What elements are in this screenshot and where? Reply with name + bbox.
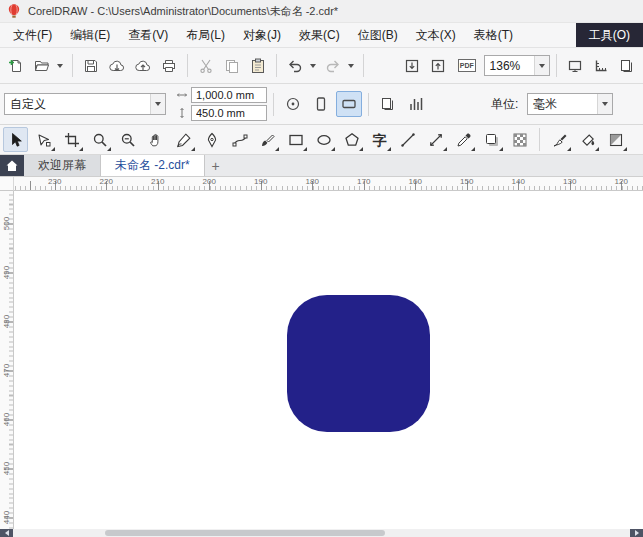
new-tab-button[interactable]: + <box>205 155 227 176</box>
ellipse-tool[interactable] <box>311 127 336 152</box>
page-size-preset-combobox[interactable]: 自定义 <box>4 93 166 115</box>
shape-tool[interactable] <box>31 127 56 152</box>
ruler-number: 500 <box>2 217 11 230</box>
paste-button[interactable] <box>246 53 270 79</box>
zoom-tool[interactable] <box>87 127 112 152</box>
dimension-icon <box>428 132 444 148</box>
open-button[interactable] <box>30 53 54 79</box>
line-icon <box>400 132 416 148</box>
page-size-preset-value: 自定义 <box>5 96 150 113</box>
copy-icon <box>224 58 240 74</box>
separator <box>556 54 557 77</box>
home-button[interactable] <box>0 155 24 176</box>
crop-tool[interactable] <box>59 127 84 152</box>
transparency-tool[interactable] <box>507 127 532 152</box>
ruler-origin[interactable] <box>0 177 14 191</box>
pick-tool[interactable] <box>3 127 28 152</box>
all-pages-button[interactable] <box>375 91 401 117</box>
color-eyedropper-tool[interactable] <box>451 127 476 152</box>
scrollbar-track[interactable] <box>13 529 630 537</box>
menu-item-text[interactable]: 文本(X) <box>407 23 465 47</box>
polygon-tool[interactable] <box>339 127 364 152</box>
undo-dropdown-caret[interactable] <box>310 64 316 68</box>
tab-welcome-screen[interactable]: 欢迎屏幕 <box>24 155 101 176</box>
interactive-fill-tool[interactable] <box>603 127 628 152</box>
fit-page-button[interactable] <box>280 91 306 117</box>
menu-item-file[interactable]: 文件(F) <box>4 23 61 47</box>
units-dropdown[interactable] <box>597 94 612 114</box>
fullscreen-preview-button[interactable] <box>563 53 587 79</box>
ellipse-icon <box>316 132 332 148</box>
menu-item-bitmaps[interactable]: 位图(B) <box>349 23 407 47</box>
publish-to-pdf-button[interactable]: PDF <box>452 53 482 79</box>
scroll-left-button[interactable] <box>0 529 13 537</box>
drop-shadow-icon <box>484 132 500 148</box>
zoom-out-tool[interactable] <box>115 127 140 152</box>
bezier-tool[interactable] <box>227 127 252 152</box>
text-tool[interactable]: 字 <box>367 127 392 152</box>
redo-button[interactable] <box>321 53 345 79</box>
page-height-field[interactable] <box>191 105 267 121</box>
horizontal-ruler[interactable]: 230220210200190180170160150140130120 <box>0 177 643 191</box>
menu-item-effects[interactable]: 效果(C) <box>290 23 349 47</box>
open-from-cloud-button[interactable] <box>105 53 129 79</box>
zoom-level-dropdown[interactable] <box>534 56 549 75</box>
open-dropdown-caret[interactable] <box>57 64 63 68</box>
shape-arrow-icon <box>36 132 52 148</box>
menu-item-object[interactable]: 对象(J) <box>234 23 290 47</box>
separator <box>273 93 274 116</box>
current-page-button[interactable] <box>403 91 429 117</box>
landscape-orientation-button[interactable] <box>336 91 362 117</box>
drop-shadow-tool[interactable] <box>479 127 504 152</box>
tab-untitled-document[interactable]: 未命名 -2.cdr* <box>101 155 205 176</box>
ruler-number: 140 <box>493 177 545 187</box>
scroll-right-button[interactable] <box>630 529 643 537</box>
redo-dropdown-caret[interactable] <box>348 64 354 68</box>
undo-button[interactable] <box>283 53 307 79</box>
new-document-button[interactable] <box>4 53 28 79</box>
undo-icon <box>287 58 303 74</box>
menu-item-layout[interactable]: 布局(L) <box>177 23 234 47</box>
portrait-orientation-button[interactable] <box>308 91 334 117</box>
outline-pen-icon <box>552 132 568 148</box>
show-grid-button[interactable] <box>615 53 639 79</box>
ruler-number: 130 <box>544 177 596 187</box>
scrollbar-thumb[interactable] <box>105 530 385 536</box>
pen-tool[interactable] <box>199 127 224 152</box>
menu-item-table[interactable]: 表格(T) <box>465 23 522 47</box>
zoom-level-combobox[interactable]: 136% <box>484 55 551 76</box>
artistic-media-tool[interactable] <box>255 127 280 152</box>
two-point-line-tool[interactable] <box>395 127 420 152</box>
dimension-tool[interactable] <box>423 127 448 152</box>
export-button[interactable] <box>426 53 450 79</box>
import-button[interactable] <box>400 53 424 79</box>
rectangle-tool[interactable] <box>283 127 308 152</box>
fill-tool[interactable] <box>575 127 600 152</box>
copy-button[interactable] <box>220 53 244 79</box>
freehand-tool[interactable] <box>171 127 196 152</box>
open-folder-icon <box>34 58 50 74</box>
cut-button[interactable] <box>194 53 218 79</box>
vertical-ruler[interactable]: 500490480470460450440 <box>0 191 14 529</box>
outline-pen-tool[interactable] <box>547 127 572 152</box>
menu-item-view[interactable]: 查看(V) <box>119 23 177 47</box>
eyedropper-icon <box>456 132 472 148</box>
menu-item-edit[interactable]: 编辑(E) <box>61 23 119 47</box>
separator <box>276 54 277 77</box>
menu-item-tools[interactable]: 工具(O) <box>576 23 643 47</box>
ruler-number: 170 <box>338 177 390 187</box>
page-height-icon <box>176 107 188 119</box>
pan-tool[interactable] <box>143 127 168 152</box>
rounded-square-shape[interactable] <box>287 295 430 432</box>
rulers-icon <box>593 58 609 74</box>
print-button[interactable] <box>157 53 181 79</box>
page-width-field[interactable] <box>191 87 267 103</box>
save-to-cloud-button[interactable] <box>131 53 155 79</box>
hand-icon <box>148 132 164 148</box>
units-combobox[interactable]: 毫米 <box>527 93 613 115</box>
page-size-preset-dropdown[interactable] <box>150 94 165 114</box>
drawing-canvas[interactable] <box>14 191 643 529</box>
save-button[interactable] <box>79 53 103 79</box>
horizontal-scrollbar[interactable] <box>0 529 643 537</box>
show-rulers-button[interactable] <box>589 53 613 79</box>
